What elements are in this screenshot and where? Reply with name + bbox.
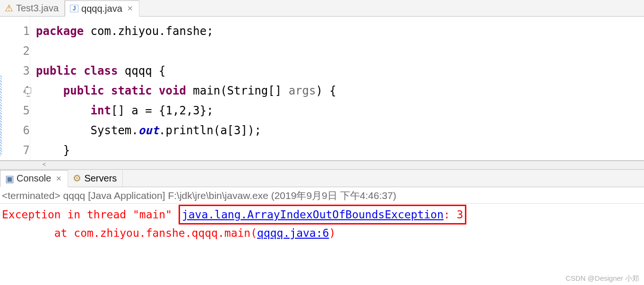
stack-frame-suffix: ) — [329, 227, 335, 239]
stack-frame-prefix: at com.zhiyou.fanshe.qqqq.main( — [2, 227, 257, 239]
bottom-view-tabs: ▣ Console ✕ ⚙ Servers — [0, 169, 644, 187]
tab-qqqq-java[interactable]: J qqqq.java ✕ — [65, 0, 139, 17]
tab-servers[interactable]: ⚙ Servers — [68, 170, 123, 187]
stack-frame-link[interactable]: qqqq.java:6 — [257, 227, 329, 239]
fold-toggle-icon[interactable]: − — [26, 86, 30, 106]
line-number-gutter: 1 2 3 4− 5 6 7 — [7, 17, 30, 160]
close-icon[interactable]: ✕ — [56, 174, 62, 183]
code-area[interactable]: package com.zhiyou.fanshe; public class … — [30, 17, 644, 160]
marker-bar — [0, 17, 7, 160]
horizontal-scrollbar[interactable]: < — [0, 161, 644, 169]
tab-label: Test3.java — [16, 3, 59, 14]
console-output[interactable]: Exception in thread "main" java.lang.Arr… — [0, 204, 644, 243]
line-number: 3 — [7, 61, 30, 81]
code-editor: 1 2 3 4− 5 6 7 package com.zhiyou.fanshe… — [0, 17, 644, 161]
console-icon: ▣ — [5, 173, 14, 184]
tab-label: Servers — [84, 173, 117, 184]
tab-test3-java[interactable]: ⚠ Test3.java — [0, 0, 65, 16]
java-warning-icon: ⚠ — [5, 2, 13, 14]
tab-console[interactable]: ▣ Console ✕ — [0, 170, 68, 187]
csdn-watermark: CSDN @Designer 小郑 — [566, 274, 639, 283]
java-file-icon: J — [70, 5, 78, 12]
line-number: 7 — [7, 140, 30, 160]
tab-label: qqqq.java — [81, 3, 122, 14]
scroll-left-icon[interactable]: < — [43, 162, 46, 168]
close-icon[interactable]: ✕ — [127, 4, 133, 13]
line-number: 6 — [7, 121, 30, 140]
tab-label: Console — [17, 173, 51, 184]
servers-icon: ⚙ — [73, 173, 81, 184]
line-number: 4− — [7, 81, 30, 101]
highlight-box: java.lang.ArrayIndexOutOfBoundsException… — [179, 205, 466, 225]
editor-tab-bar: ⚠ Test3.java J qqqq.java ✕ — [0, 0, 644, 17]
line-number: 1 — [7, 21, 30, 41]
exception-index: : 3 — [444, 208, 464, 221]
console-launch-description: <terminated> qqqq [Java Application] F:\… — [0, 187, 644, 204]
change-indicator — [0, 76, 2, 156]
exception-class-link[interactable]: java.lang.ArrayIndexOutOfBoundsException — [182, 208, 444, 221]
line-number: 2 — [7, 41, 30, 61]
exception-prefix: Exception in thread "main" — [2, 208, 179, 221]
